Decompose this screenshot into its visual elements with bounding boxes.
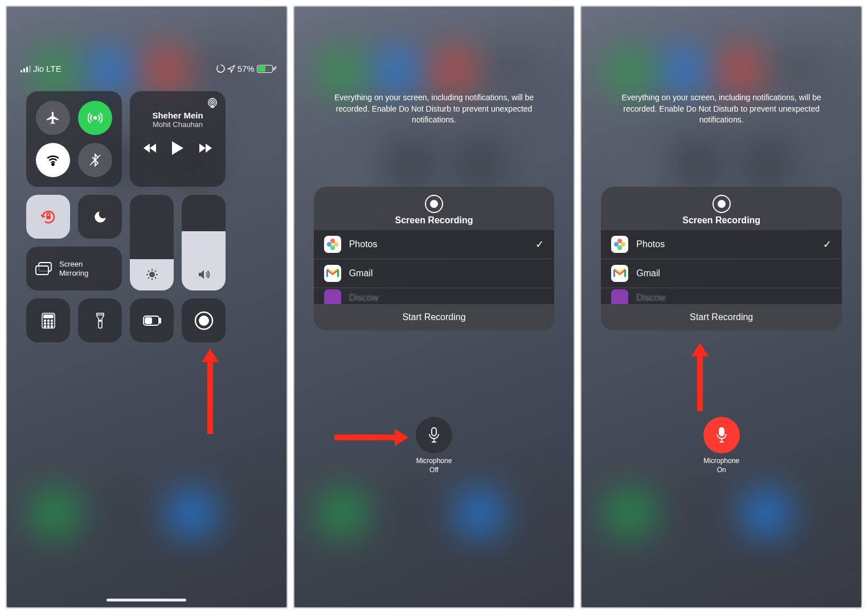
app-row-label: Discow xyxy=(636,293,666,303)
screen-mirroring-icon xyxy=(35,262,52,276)
svg-point-9 xyxy=(211,101,214,104)
flashlight-button[interactable] xyxy=(78,298,122,342)
carrier-label: Jio LTE xyxy=(33,64,62,73)
svg-point-24 xyxy=(51,325,52,327)
calculator-button[interactable] xyxy=(26,298,70,342)
gmail-app-icon xyxy=(324,265,341,282)
generic-app-icon xyxy=(324,289,341,304)
screen-mirroring-label: Screen Mirroring xyxy=(59,260,105,277)
app-row-partial[interactable]: Discow xyxy=(314,288,555,304)
brightness-slider[interactable] xyxy=(130,195,174,290)
svg-point-19 xyxy=(44,322,46,324)
panel-recording-mic-off: Everything on your screen, including not… xyxy=(293,6,575,608)
airplay-icon[interactable] xyxy=(206,97,219,109)
app-row-label: Gmail xyxy=(349,268,373,279)
recording-hint: Everything on your screen, including not… xyxy=(317,92,551,126)
svg-rect-1 xyxy=(23,68,25,72)
do-not-disturb-button[interactable] xyxy=(78,195,122,239)
svg-point-32 xyxy=(330,239,335,243)
screen-record-button[interactable] xyxy=(182,298,226,342)
syncing-icon xyxy=(216,64,225,73)
bluetooth-button[interactable] xyxy=(78,143,112,177)
screen-mirroring-button[interactable]: Screen Mirroring xyxy=(26,247,122,290)
svg-point-21 xyxy=(51,322,52,324)
connectivity-tile xyxy=(26,91,122,187)
screen-recording-card: Screen Recording Photos ✓ Gmail Discow S xyxy=(314,187,555,330)
svg-rect-3 xyxy=(29,66,31,72)
microphone-label: Microphone xyxy=(416,457,452,466)
svg-point-13 xyxy=(150,272,154,277)
photos-app-icon xyxy=(611,236,628,253)
svg-rect-0 xyxy=(21,70,22,72)
svg-rect-10 xyxy=(46,215,51,219)
svg-point-25 xyxy=(99,320,101,321)
app-row-label: Photos xyxy=(636,239,665,249)
status-bar: Jio LTE 57% ⚡︎ xyxy=(7,64,286,73)
play-icon[interactable] xyxy=(171,141,184,155)
recording-title: Screen Recording xyxy=(314,215,555,226)
svg-point-23 xyxy=(47,325,49,327)
svg-point-38 xyxy=(621,242,625,247)
svg-rect-29 xyxy=(145,318,152,324)
microphone-state: Off xyxy=(416,466,452,475)
microphone-button[interactable] xyxy=(703,417,740,453)
svg-point-8 xyxy=(210,100,215,105)
svg-point-18 xyxy=(51,320,52,321)
media-title: Sheher Mein xyxy=(137,110,219,120)
panel-control-center: Jio LTE 57% ⚡︎ xyxy=(6,6,288,608)
svg-point-16 xyxy=(44,320,46,321)
microphone-button[interactable] xyxy=(416,417,452,453)
svg-point-34 xyxy=(330,245,335,250)
volume-slider[interactable] xyxy=(182,195,226,290)
check-icon: ✓ xyxy=(823,238,832,251)
svg-rect-15 xyxy=(44,315,53,318)
app-row-partial[interactable]: Discow xyxy=(601,288,842,304)
microphone-toggle: Microphone Off xyxy=(416,417,452,474)
start-recording-button[interactable]: Start Recording xyxy=(314,304,555,330)
app-row-photos[interactable]: Photos ✓ xyxy=(314,230,555,259)
media-artist: Mohit Chauhan xyxy=(137,120,219,129)
svg-point-22 xyxy=(44,325,46,327)
record-icon xyxy=(425,195,443,213)
media-tile[interactable]: Sheher Mein Mohit Chauhan xyxy=(130,91,226,187)
svg-rect-41 xyxy=(719,428,724,436)
recording-title: Screen Recording xyxy=(601,215,842,226)
photos-app-icon xyxy=(324,236,341,253)
microphone-state: On xyxy=(703,466,740,475)
start-recording-button[interactable]: Start Recording xyxy=(601,304,842,330)
panel-recording-mic-on: Everything on your screen, including not… xyxy=(580,6,862,608)
svg-point-20 xyxy=(47,322,49,324)
low-power-button[interactable] xyxy=(130,298,174,342)
app-list[interactable]: Photos ✓ Gmail Discow xyxy=(601,230,842,304)
svg-point-39 xyxy=(617,245,622,250)
control-center-grid: Sheher Mein Mohit Chauhan xyxy=(26,91,267,350)
battery-icon: ⚡︎ xyxy=(257,65,273,73)
forward-icon[interactable] xyxy=(198,143,212,153)
svg-point-33 xyxy=(334,242,338,247)
app-row-gmail[interactable]: Gmail xyxy=(601,259,842,288)
gmail-app-icon xyxy=(611,265,628,282)
app-row-label: Discow xyxy=(349,293,379,303)
svg-rect-12 xyxy=(36,266,48,275)
airplane-mode-button[interactable] xyxy=(36,101,70,135)
app-list[interactable]: Photos ✓ Gmail Discow xyxy=(314,230,555,304)
screen-recording-card: Screen Recording Photos ✓ Gmail Discow S xyxy=(601,187,842,330)
check-icon: ✓ xyxy=(535,238,544,251)
svg-point-31 xyxy=(199,316,209,326)
rewind-icon[interactable] xyxy=(144,143,157,153)
svg-point-37 xyxy=(617,239,622,243)
svg-point-4 xyxy=(94,117,96,119)
cellular-data-button[interactable] xyxy=(78,101,112,135)
microphone-toggle: Microphone On xyxy=(703,417,740,474)
volume-icon xyxy=(197,268,211,281)
wifi-button[interactable] xyxy=(36,143,70,177)
svg-point-17 xyxy=(47,320,49,321)
record-icon xyxy=(713,195,731,213)
battery-percent: 57% xyxy=(238,64,255,73)
app-row-gmail[interactable]: Gmail xyxy=(314,259,555,288)
svg-rect-36 xyxy=(432,428,436,436)
app-row-photos[interactable]: Photos ✓ xyxy=(601,230,842,259)
recording-hint: Everything on your screen, including not… xyxy=(604,92,838,126)
orientation-lock-button[interactable] xyxy=(26,195,70,239)
home-indicator[interactable] xyxy=(107,599,186,601)
